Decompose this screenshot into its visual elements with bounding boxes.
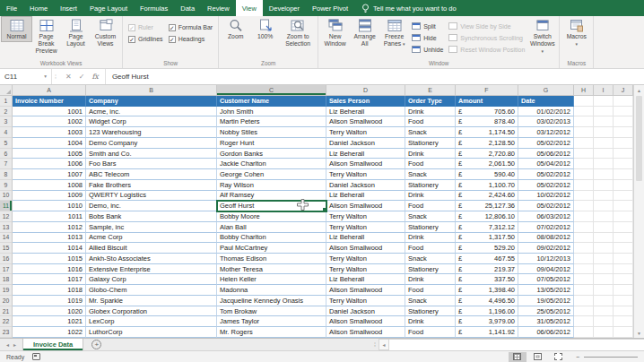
- cell[interactable]: [574, 96, 594, 107]
- cell[interactable]: [574, 107, 594, 117]
- cell[interactable]: [614, 107, 633, 117]
- cell-D14[interactable]: Liz Beherall: [326, 233, 405, 244]
- cell-D21[interactable]: Daniel Jackson: [326, 306, 405, 317]
- cell[interactable]: [594, 222, 614, 233]
- cell[interactable]: [594, 233, 614, 244]
- cell-A4[interactable]: 1003: [13, 127, 86, 138]
- arrange-all-button[interactable]: Arrange All: [350, 17, 379, 48]
- cell-G17[interactable]: 09/04/2012: [518, 264, 574, 275]
- header-cell-sales-person[interactable]: Sales Person: [326, 96, 405, 107]
- cell-D22[interactable]: Alison Smallwood: [326, 316, 405, 327]
- row-header-20[interactable]: 20: [0, 296, 13, 306]
- vertical-scrollbar[interactable]: ▲ ▼: [633, 85, 644, 338]
- cell-D4[interactable]: Terry Walton: [326, 127, 405, 138]
- cell-E3[interactable]: Food: [405, 116, 456, 127]
- header-cell-order-type[interactable]: Order Type: [405, 96, 456, 107]
- cell[interactable]: [614, 285, 633, 296]
- cell-G8[interactable]: 05/02/2012: [518, 169, 574, 180]
- zoom-100-button[interactable]: 100%: [250, 17, 280, 41]
- cell[interactable]: [594, 306, 614, 317]
- cell[interactable]: [614, 306, 633, 317]
- cell[interactable]: [594, 116, 614, 127]
- cell-A2[interactable]: 1001: [13, 107, 86, 117]
- cell-B14[interactable]: Acme Corp: [86, 233, 217, 244]
- cell[interactable]: [574, 327, 594, 338]
- cell-D5[interactable]: Daniel Jackson: [326, 138, 405, 149]
- hide-button[interactable]: Hide: [412, 32, 443, 43]
- cell[interactable]: [614, 159, 633, 169]
- cell-A19[interactable]: 1018: [13, 285, 86, 296]
- column-header-C[interactable]: C: [217, 85, 326, 96]
- cell-F19[interactable]: £1,398.40: [456, 285, 518, 296]
- cancel-icon[interactable]: ✕: [65, 73, 72, 81]
- cell[interactable]: [574, 191, 594, 202]
- checkbox-headings[interactable]: ✓Headings: [169, 33, 213, 45]
- cell-F12[interactable]: £12,806.10: [456, 211, 518, 222]
- cell-D17[interactable]: Terry Walton: [326, 264, 405, 275]
- cell-C21[interactable]: Tom Brokaw: [217, 306, 326, 317]
- cell-B3[interactable]: Widget Corp: [86, 116, 217, 127]
- cell-F18[interactable]: £337.50: [456, 274, 518, 285]
- cell[interactable]: [614, 316, 633, 327]
- cell-G13[interactable]: 07/02/2012: [518, 222, 574, 233]
- cell-C23[interactable]: Mr. Rogers: [217, 327, 326, 338]
- cell[interactable]: [614, 254, 633, 264]
- cell-A13[interactable]: 1012: [13, 222, 86, 233]
- cell-D15[interactable]: Alison Smallwood: [326, 243, 405, 254]
- cell-A11[interactable]: 1010: [13, 201, 86, 211]
- cell-D18[interactable]: Liz Beherall: [326, 274, 405, 285]
- cell-D10[interactable]: Liz Beherall: [326, 191, 405, 202]
- scrollbar-splitter[interactable]: ⁞: [371, 339, 379, 350]
- cell[interactable]: [594, 285, 614, 296]
- cell-F6[interactable]: £2,720.80: [456, 149, 518, 159]
- ribbon-tab-review[interactable]: Review: [201, 0, 236, 16]
- cell[interactable]: [594, 149, 614, 159]
- cell[interactable]: [574, 274, 594, 285]
- header-cell-company[interactable]: Company: [86, 96, 217, 107]
- switch-windows-button[interactable]: Switch Windows ▾: [527, 17, 557, 55]
- name-box-dropdown-icon[interactable]: ▾: [44, 74, 47, 80]
- cell[interactable]: [594, 127, 614, 138]
- cell[interactable]: [594, 296, 614, 306]
- cell[interactable]: [574, 316, 594, 327]
- cell-F11[interactable]: £25,127.36: [456, 201, 518, 211]
- cell-B18[interactable]: Galaxy Corp: [86, 274, 217, 285]
- split-button[interactable]: Split: [412, 21, 443, 31]
- cell[interactable]: [594, 316, 614, 327]
- name-box[interactable]: C11 ▾: [0, 69, 52, 84]
- cell-D19[interactable]: Alison Smallwood: [326, 285, 405, 296]
- cell-C15[interactable]: Paul McCartney: [217, 243, 326, 254]
- row-header-11[interactable]: 11: [0, 201, 13, 211]
- cell-G15[interactable]: 09/02/2012: [518, 243, 574, 254]
- sheet-tab-invoice-data[interactable]: Invoice Data: [22, 339, 83, 350]
- cell-B7[interactable]: Foo Bars: [86, 159, 217, 169]
- macro-record-icon[interactable]: [32, 353, 40, 360]
- cell-E4[interactable]: Snack: [405, 127, 456, 138]
- cell[interactable]: [614, 264, 633, 275]
- cell[interactable]: [594, 327, 614, 338]
- column-header-I[interactable]: I: [594, 85, 614, 96]
- cell[interactable]: [594, 243, 614, 254]
- cell-B11[interactable]: Demo, inc.: [86, 201, 217, 211]
- cell-B12[interactable]: Bobs Bank: [86, 211, 217, 222]
- formula-input[interactable]: Geoff Hurst: [106, 69, 644, 84]
- cell[interactable]: [574, 159, 594, 169]
- new-window-button[interactable]: New Window: [320, 17, 350, 48]
- cell-C2[interactable]: John Smith: [217, 107, 326, 117]
- unhide-button[interactable]: Unhide: [412, 44, 443, 55]
- cell-D7[interactable]: Alison Smallwood: [326, 159, 405, 169]
- cell-E11[interactable]: Food: [405, 201, 456, 211]
- row-header-5[interactable]: 5: [0, 138, 13, 149]
- row-header-7[interactable]: 7: [0, 159, 13, 169]
- cell-A22[interactable]: 1021: [13, 316, 86, 327]
- cell-D6[interactable]: Liz Beherall: [326, 149, 405, 159]
- scroll-up-icon[interactable]: ▲: [634, 85, 644, 95]
- cell[interactable]: [594, 211, 614, 222]
- cell[interactable]: [574, 222, 594, 233]
- cell-C17[interactable]: Mother Teresa: [217, 264, 326, 275]
- cell-A7[interactable]: 1006: [13, 159, 86, 169]
- cell-E10[interactable]: Drink: [405, 191, 456, 202]
- page-break-preview-button[interactable]: Page Break Preview: [31, 17, 61, 55]
- cell[interactable]: [594, 254, 614, 264]
- cell[interactable]: [594, 191, 614, 202]
